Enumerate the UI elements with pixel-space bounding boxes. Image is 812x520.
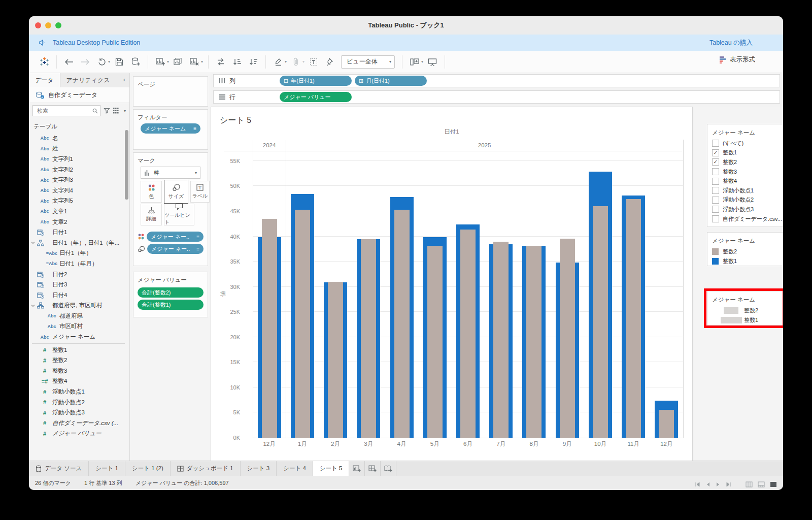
show-tabs-icon[interactable] — [758, 481, 765, 488]
pin-icon[interactable] — [324, 56, 336, 68]
previous-sheet-icon[interactable] — [706, 482, 710, 487]
sort-ascending-icon[interactable] — [231, 56, 243, 68]
checkbox-unchecked[interactable] — [712, 215, 719, 222]
sheet-tab-1[interactable]: データ ソース — [29, 461, 89, 476]
new-worksheet-tab-button[interactable] — [349, 461, 365, 476]
bar-整数2[interactable] — [295, 210, 310, 438]
next-sheet-icon[interactable] — [716, 482, 720, 487]
bar-整数2[interactable] — [493, 242, 509, 438]
show-me-button[interactable]: 表示形式 — [719, 55, 755, 64]
field-item[interactable]: Abc文字列3 — [29, 175, 125, 185]
sheet-tab-2[interactable]: シート 1 — [89, 461, 125, 476]
field-item[interactable]: #自作ダミーデータ.csv (... — [29, 418, 125, 429]
checkbox-unchecked[interactable] — [712, 206, 719, 213]
tooltip-button[interactable]: ツールヒント — [164, 204, 194, 225]
show-filmstrip-icon[interactable] — [746, 481, 753, 488]
checkbox-checked[interactable]: ✓ — [712, 149, 719, 156]
field-item[interactable]: Abc市区町村 — [29, 321, 125, 332]
field-item[interactable]: #メジャー バリュー — [29, 429, 125, 439]
first-sheet-icon[interactable] — [695, 482, 701, 487]
color-legend-item[interactable]: 整数2 — [707, 247, 783, 256]
filter-fields-icon[interactable] — [104, 108, 110, 114]
size-legend-item[interactable]: 整数2 — [707, 306, 783, 315]
field-item[interactable]: Abc文字列1 — [29, 154, 125, 165]
collapse-pane-icon[interactable]: ‹ — [123, 76, 125, 83]
bar-整数2[interactable] — [526, 246, 542, 438]
checkbox-unchecked[interactable] — [712, 140, 719, 147]
field-item[interactable]: #浮動小数点1 — [29, 386, 125, 397]
duplicate-sheet-icon[interactable] — [172, 56, 184, 68]
redo-icon[interactable] — [79, 56, 91, 68]
plot-pane[interactable] — [253, 151, 683, 438]
field-item[interactable]: Abc文章2 — [29, 217, 125, 228]
datasource-item[interactable]: 自作ダミーデータ — [29, 87, 129, 103]
fit-mode-select[interactable]: ビュー全体 ▾ — [341, 55, 395, 69]
tableau-logo-icon[interactable] — [38, 56, 50, 68]
measure-name-filter-item[interactable]: 整数3 — [707, 167, 783, 177]
bar-整数2[interactable] — [427, 246, 443, 438]
checkbox-unchecked[interactable] — [712, 178, 719, 185]
measure-name-filter-item[interactable]: (すべて) — [707, 139, 783, 148]
field-item[interactable]: #浮動小数点3 — [29, 407, 125, 418]
measure-name-filter-item[interactable]: 自作ダミーデータ.csv... — [707, 214, 783, 224]
refresh-icon[interactable] — [95, 56, 108, 68]
rows-shelf[interactable]: 行 メジャー バリュー — [213, 90, 780, 104]
clear-sheet-caret[interactable]: ▾ — [201, 59, 203, 64]
add-data-icon[interactable] — [129, 56, 142, 68]
view-options-icon[interactable] — [113, 108, 121, 114]
presentation-mode-icon[interactable] — [426, 56, 438, 68]
filter-shelf-pill-0[interactable]: メジャー ネーム≡ — [141, 123, 200, 134]
text-label-icon[interactable] — [308, 56, 320, 68]
marks-pill-0[interactable]: メジャー ネー..≡ — [147, 232, 204, 242]
device-preview-caret[interactable]: ▾ — [421, 59, 423, 64]
color-legend-item[interactable]: 整数1 — [707, 256, 783, 266]
sheet-tab-7[interactable]: シート 5 — [313, 461, 350, 476]
bar-整数2[interactable] — [361, 239, 376, 438]
field-item[interactable]: 日付4 — [29, 290, 125, 301]
measure-name-filter-item[interactable]: 浮動小数点1 — [707, 186, 783, 196]
field-item[interactable]: =#整数4 — [29, 376, 125, 387]
field-item[interactable]: #整数1 — [29, 345, 125, 355]
sheet-tab-3[interactable]: シート 1 (2) — [125, 461, 171, 476]
rows-pill-0[interactable]: メジャー バリュー — [280, 92, 352, 102]
attach-caret[interactable]: ▾ — [302, 59, 304, 64]
columns-shelf[interactable]: 列 ⊟年(日付1)⊞月(日付1) — [213, 74, 780, 87]
bar-整数2[interactable] — [560, 239, 575, 438]
new-worksheet-caret[interactable]: ▾ — [167, 59, 169, 64]
field-item[interactable]: =Abc日付1（年月） — [29, 258, 125, 269]
field-item[interactable]: Abc文章1 — [29, 206, 125, 217]
bar-整数2[interactable] — [593, 206, 608, 438]
measure-values-pill-1[interactable]: 合計(整数1) — [138, 300, 204, 310]
field-item[interactable]: Abc文字列5 — [29, 196, 125, 207]
bar-整数2[interactable] — [626, 199, 641, 438]
field-item[interactable]: Abc文字列4 — [29, 185, 125, 196]
field-item[interactable]: Abc名 — [29, 133, 125, 144]
field-item[interactable]: #整数3 — [29, 366, 125, 376]
swap-axes-icon[interactable] — [215, 56, 227, 68]
sheet-tab-6[interactable]: シート 4 — [277, 461, 313, 476]
field-item[interactable]: 日付1 — [29, 227, 125, 238]
view-options-caret[interactable]: ▾ — [124, 109, 126, 113]
bar-整数2[interactable] — [394, 210, 410, 438]
sheet-tab-5[interactable]: シート 3 — [241, 461, 277, 476]
checkbox-unchecked[interactable] — [712, 168, 719, 175]
highlight-caret[interactable]: ▾ — [285, 59, 287, 64]
purchase-tableau-link[interactable]: Tableau の購入 — [709, 35, 753, 51]
new-worksheet-icon[interactable] — [154, 56, 166, 68]
field-item[interactable]: Abc文字列2 — [29, 165, 125, 175]
bar-整数2[interactable] — [328, 282, 343, 438]
device-preview-icon[interactable] — [409, 56, 421, 68]
search-input-wrap[interactable] — [32, 105, 100, 116]
measure-name-filter-item[interactable]: 浮動小数点3 — [707, 205, 783, 214]
bar-整数2[interactable] — [659, 410, 674, 438]
chevron-down-icon[interactable] — [31, 304, 37, 308]
columns-pill-0[interactable]: ⊟年(日付1) — [280, 76, 352, 86]
measure-name-filter-item[interactable]: ✓整数2 — [707, 157, 783, 167]
field-item[interactable]: Abcメジャー ネーム — [29, 332, 125, 342]
save-icon[interactable] — [113, 56, 125, 68]
measure-name-filter-item[interactable]: ✓整数1 — [707, 148, 783, 158]
size-button[interactable]: サイズ — [164, 180, 188, 204]
sheet-tab-4[interactable]: ダッシュボード 1 — [171, 461, 241, 476]
field-item[interactable]: 日付2 — [29, 269, 125, 280]
refresh-caret[interactable]: ▾ — [108, 59, 110, 64]
